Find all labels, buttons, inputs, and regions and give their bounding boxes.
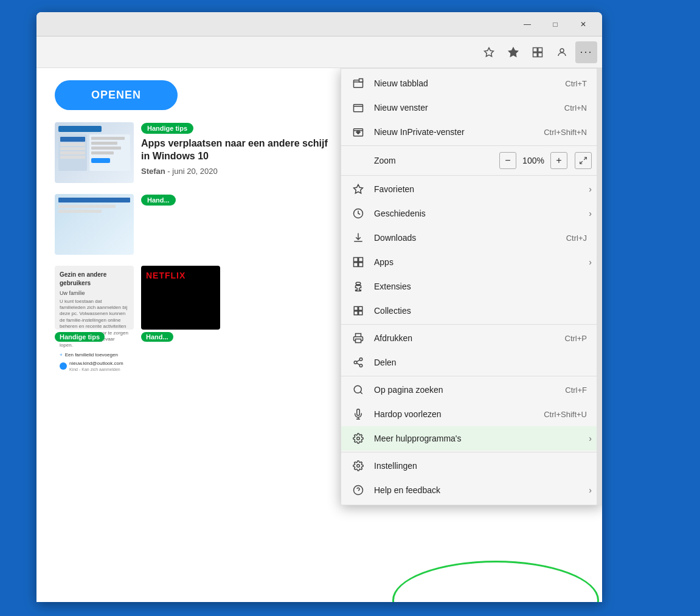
menu-label-favorites: Favorieten	[374, 184, 589, 194]
article-row-2: Gezin en andere gebruikers Uw familie U …	[55, 266, 334, 342]
menu-item-share[interactable]: Delen	[341, 350, 601, 375]
menu-item-settings[interactable]: Instellingen	[341, 454, 601, 478]
menu-item-more-tools[interactable]: Meer hulpprogramma's ›	[341, 426, 601, 451]
settings-icon	[351, 459, 366, 473]
svg-rect-2	[533, 47, 538, 52]
menu-shortcut-downloads: Ctrl+J	[566, 234, 587, 243]
article-card-3: Gezin en andere gebruikers Uw familie U …	[55, 266, 134, 342]
article-tag-4: Hand...	[141, 332, 173, 342]
inprivate-icon	[351, 125, 366, 139]
read-aloud-icon	[351, 407, 366, 421]
article-thumb-1	[55, 122, 134, 183]
menu-item-downloads[interactable]: Downloads Ctrl+J	[341, 226, 601, 250]
profile-button[interactable]	[551, 41, 573, 63]
menu-shortcut-new-window: Ctrl+N	[564, 103, 587, 112]
zoom-label: Zoom	[374, 156, 499, 165]
svg-rect-24	[354, 306, 358, 310]
article-area: OPENEN	[36, 68, 353, 602]
favorite-button[interactable]	[478, 41, 500, 63]
divider-1	[341, 145, 601, 146]
menu-label-help: Help en feedback	[374, 485, 589, 495]
print-icon	[351, 331, 366, 345]
svg-line-16	[580, 161, 583, 164]
svg-point-14	[358, 132, 359, 134]
article-card-2: Hand...	[55, 194, 334, 255]
menu-item-help[interactable]: Help en feedback ›	[341, 478, 601, 502]
zoom-controls: − 100% +	[499, 152, 592, 169]
menu-item-extensions[interactable]: Extensies	[341, 274, 601, 299]
menu-item-collections[interactable]: Collecties	[341, 299, 601, 323]
collections-button[interactable]	[527, 41, 549, 63]
zoom-decrease-button[interactable]: −	[499, 152, 516, 169]
menu-button[interactable]: ···	[575, 41, 597, 63]
divider-3	[341, 324, 601, 325]
minimize-button[interactable]: —	[513, 15, 541, 34]
menu-shortcut-inprivate: Ctrl+Shift+N	[544, 128, 587, 137]
downloads-icon	[351, 230, 366, 245]
svg-point-38	[357, 437, 360, 440]
menu-label-history: Geschiedenis	[374, 209, 589, 218]
menu-label-downloads: Downloads	[374, 233, 566, 243]
article-tag-3: Handige tips	[55, 332, 105, 342]
menu-item-apps[interactable]: Apps ›	[341, 250, 601, 274]
article-tag-1: Handige tips	[141, 123, 193, 134]
favorites-button[interactable]	[502, 41, 524, 63]
apps-icon	[351, 255, 366, 269]
zoom-fullscreen-button[interactable]	[575, 152, 592, 169]
menu-label-print: Afdrukken	[374, 333, 565, 343]
scrollbar[interactable]	[597, 69, 601, 505]
menu-item-history[interactable]: Geschiedenis ›	[341, 201, 601, 226]
help-icon	[351, 483, 366, 497]
article-meta-1: Stefan - juni 20, 2020	[141, 167, 334, 176]
menu-shortcut-new-tab: Ctrl+T	[565, 79, 587, 88]
menu-shortcut-find: Ctrl+F	[565, 386, 587, 395]
new-window-icon	[351, 100, 366, 115]
share-icon	[351, 355, 366, 370]
menu-item-find[interactable]: Op pagina zoeken Ctrl+F	[341, 378, 601, 402]
menu-label-collections: Collecties	[374, 306, 592, 316]
menu-label-apps: Apps	[374, 257, 589, 267]
svg-point-34	[354, 386, 361, 393]
svg-point-31	[359, 364, 362, 367]
svg-point-30	[354, 361, 357, 364]
svg-marker-0	[485, 47, 494, 56]
toolbar: ···	[36, 36, 602, 68]
extensions-icon	[351, 279, 366, 294]
menu-item-inprivate[interactable]: Nieuw InPrivate-venster Ctrl+Shift+N	[341, 120, 601, 144]
find-icon	[351, 382, 366, 397]
highlight-circle	[392, 561, 599, 602]
zoom-increase-button[interactable]: +	[550, 152, 567, 169]
svg-rect-3	[538, 47, 542, 52]
menu-item-favorites[interactable]: Favorieten ›	[341, 177, 601, 201]
maximize-button[interactable]: □	[541, 15, 569, 34]
svg-rect-26	[354, 311, 358, 315]
divider-5	[341, 452, 601, 452]
svg-rect-20	[354, 258, 358, 262]
open-button[interactable]: OPENEN	[55, 80, 178, 110]
article-card-1: Handige tips Apps verplaatsen naar een a…	[55, 122, 334, 183]
svg-marker-17	[354, 185, 363, 193]
dropdown-menu: Nieuw tabblad Ctrl+T Nieuw venster Ctrl+…	[341, 68, 602, 505]
menu-item-new-window[interactable]: Nieuw venster Ctrl+N	[341, 95, 601, 120]
menu-label-inprivate: Nieuw InPrivate-venster	[374, 127, 544, 137]
menu-item-read-aloud[interactable]: Hardop voorlezen Ctrl+Shift+U	[341, 402, 601, 426]
svg-rect-5	[538, 52, 542, 57]
divider-4	[341, 376, 601, 376]
menu-shortcut-print: Ctrl+P	[565, 334, 587, 343]
menu-item-new-tab[interactable]: Nieuw tabblad Ctrl+T	[341, 71, 601, 95]
close-button[interactable]: ✕	[569, 15, 597, 34]
svg-rect-22	[354, 263, 358, 267]
svg-line-33	[356, 360, 359, 362]
history-icon	[351, 206, 366, 221]
menu-item-print[interactable]: Afdrukken Ctrl+P	[341, 326, 601, 350]
svg-rect-27	[359, 311, 362, 315]
svg-rect-23	[359, 263, 363, 267]
divider-2	[341, 175, 601, 176]
menu-label-new-window: Nieuw venster	[374, 103, 564, 112]
article-card-4: NETFLIX Hand...	[141, 266, 220, 342]
new-tab-icon	[351, 76, 366, 91]
menu-shortcut-read-aloud: Ctrl+Shift+U	[544, 410, 587, 419]
apps-arrow-icon: ›	[589, 257, 592, 267]
svg-line-15	[584, 157, 586, 160]
browser-window: — □ ✕ ···	[36, 12, 602, 602]
